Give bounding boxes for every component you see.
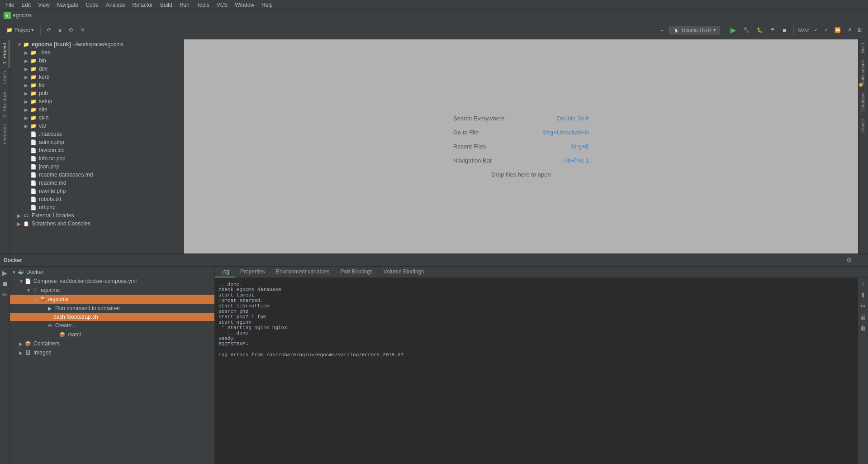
right-tab-build[interactable]: Build: [859, 39, 868, 57]
docker-tab-port-bindings[interactable]: Port Bindings: [335, 267, 378, 277]
search-everywhere-shortcut: Double Shift: [557, 115, 589, 122]
menu-build[interactable]: Build: [157, 1, 176, 9]
left-tab-favorites[interactable]: Favorites: [0, 120, 9, 148]
svn-settings-btn[interactable]: ⊞: [855, 25, 864, 35]
close-panel-btn[interactable]: ✕: [78, 25, 87, 35]
svn-update-btn[interactable]: ✔: [811, 25, 821, 35]
folder-kerb-icon: 📁: [30, 73, 37, 81]
tree-item-kerb[interactable]: ▶ 📁 kerb: [10, 73, 184, 81]
debug-btn[interactable]: 🐛: [754, 25, 766, 35]
right-tab-notifications[interactable]: Notifications: [859, 57, 868, 88]
tree-item-readme-db[interactable]: 📄 readme.databases.md: [10, 171, 184, 179]
menu-refactor[interactable]: Refactor: [129, 1, 157, 9]
project-dropdown-btn[interactable]: 📁 Project ▾: [4, 25, 37, 35]
menu-edit[interactable]: Edit: [18, 1, 34, 9]
menu-analyze[interactable]: Analyze: [102, 1, 129, 9]
docker-tree-bash-item[interactable]: bash /bootstrap.sh: [10, 313, 214, 321]
menu-code[interactable]: Code: [82, 1, 102, 9]
filter-btn[interactable]: ≡: [56, 26, 64, 35]
right-tabs: Build Notifications Database Gradle: [858, 39, 868, 254]
docker-tree-egocms-group[interactable]: ▼ ⬡ egocms: [10, 286, 214, 295]
docker-tree-egocms-container[interactable]: ▼ 📦 /egocms: [10, 295, 214, 304]
menu-run[interactable]: Run: [176, 1, 193, 9]
ext-libs-icon: 🗂: [23, 212, 30, 219]
stop-btn[interactable]: ⏹: [779, 26, 790, 35]
scratches-icon: 📋: [23, 220, 30, 227]
log-scroll-up-btn[interactable]: ⬆: [859, 291, 867, 300]
menu-help[interactable]: Help: [258, 1, 276, 9]
tree-item-info[interactable]: 📄 info.txt.php: [10, 154, 184, 163]
tree-item-admin-php[interactable]: 📄 admin.php: [10, 138, 184, 146]
ubuntu-dropdown-icon: ▾: [713, 27, 716, 33]
tree-item-bin[interactable]: ▶ 📁 bin: [10, 57, 184, 65]
tree-item-favicon[interactable]: 📄 favicon.ico: [10, 146, 184, 154]
tree-item-site[interactable]: ▶ 📁 site: [10, 105, 184, 114]
tree-item-lib[interactable]: ▶ 📁 lib: [10, 81, 184, 89]
tree-item-htaccess[interactable]: 📄 .htaccess: [10, 130, 184, 138]
file-url-icon: 📄: [30, 204, 37, 211]
tree-item-readme[interactable]: 📄 readme.md: [10, 179, 184, 187]
docker-stop-btn[interactable]: ⏹: [1, 279, 9, 288]
left-tab-learn[interactable]: Learn: [0, 67, 9, 87]
svn-history-btn[interactable]: ⏪: [832, 25, 844, 35]
build-btn[interactable]: 🔨: [740, 25, 752, 35]
tree-item-json[interactable]: 📄 json.php: [10, 163, 184, 171]
docker-close-btn[interactable]: —: [855, 256, 864, 264]
log-print-btn[interactable]: 🖨: [859, 312, 867, 321]
tree-item-rewrite[interactable]: 📄 rewrite.php: [10, 187, 184, 195]
notification-badge: [859, 83, 863, 87]
editor-area: Search Everywhere Double Shift Go to Fil…: [184, 39, 858, 254]
run-btn[interactable]: ▶: [728, 24, 739, 36]
svn-commit-btn[interactable]: ✔: [821, 25, 831, 35]
sync-btn[interactable]: ⟳: [44, 25, 54, 35]
docker-tree-containers[interactable]: ▶ 📦 Containers: [10, 339, 214, 348]
log-clear-btn[interactable]: 🗑: [859, 323, 867, 332]
settings-gear-btn[interactable]: ⚙: [66, 25, 76, 35]
docker-tab-env-vars[interactable]: Environment variables: [270, 267, 335, 277]
tree-item-url[interactable]: 📄 url.php: [10, 203, 184, 211]
svn-revert-btn[interactable]: ↺: [844, 25, 854, 35]
menu-vcs[interactable]: VCS: [213, 1, 232, 9]
log-wrap-btn[interactable]: ⇔: [859, 301, 867, 311]
left-tab-structure[interactable]: 2: Structure: [0, 88, 9, 121]
right-tab-database[interactable]: Database: [859, 89, 868, 115]
tree-item-robots[interactable]: 📄 robots.txt: [10, 195, 184, 203]
docker-edit-btn[interactable]: ✏: [1, 290, 9, 299]
tree-item-ext-libs[interactable]: ▶ 🗂 External Libraries: [10, 211, 184, 220]
right-tab-gradle[interactable]: Gradle: [859, 115, 868, 136]
log-scroll-top-btn[interactable]: ↑: [861, 280, 866, 289]
docker-tree-saml[interactable]: 📦 /saml: [10, 330, 214, 339]
docker-tab-volume-bindings[interactable]: Volume Bindings: [378, 267, 429, 277]
project-tree: ▼ 📁 egocms [trunk] ~/workspace/egocms ▶ …: [10, 39, 184, 254]
app-title-bar: e egocms: [0, 10, 868, 21]
tree-item-var[interactable]: ▶ 📁 var: [10, 122, 184, 130]
folder-skin-icon: 📁: [30, 114, 37, 121]
ubuntu-badge[interactable]: 🐧 Ubuntu 18.04 ▾: [669, 26, 720, 34]
docker-settings-btn[interactable]: ⚙: [845, 256, 854, 264]
menu-view[interactable]: View: [34, 1, 53, 9]
menu-tools[interactable]: Tools: [193, 1, 213, 9]
docker-tab-properties[interactable]: Properties: [235, 267, 270, 277]
docker-tab-log[interactable]: Log: [215, 267, 235, 277]
docker-tree-root[interactable]: ▼ 🐳 Docker: [10, 268, 214, 277]
docker-tree-sidebar: ▶ ⏹ ✏: [0, 267, 10, 464]
docker-tree-create[interactable]: ⊕ Create...: [10, 321, 214, 330]
menu-file[interactable]: File: [2, 1, 18, 9]
docker-tree-images[interactable]: ▶ 🖼 Images: [10, 348, 214, 357]
docker-play-btn[interactable]: ▶: [1, 268, 8, 277]
docker-tree-compose[interactable]: ▼ 📄 Compose: var/docker/docker-compose.y…: [10, 277, 214, 286]
docker-tree-run-command[interactable]: ▶ Run command in container: [10, 304, 214, 313]
tree-item-setup[interactable]: ▶ 📁 setup: [10, 97, 184, 105]
left-tab-project[interactable]: 1: Project: [0, 39, 9, 67]
menu-navigate[interactable]: Navigate: [53, 1, 82, 9]
tree-item-pub[interactable]: ▶ 📁 pub: [10, 89, 184, 97]
tree-item-root[interactable]: ▼ 📁 egocms [trunk] ~/workspace/egocms: [10, 40, 184, 48]
tree-item-skin[interactable]: ▶ 📁 skin: [10, 114, 184, 122]
tree-item-idea[interactable]: ▶ 📁 .idea: [10, 48, 184, 57]
menu-window[interactable]: Window: [231, 1, 258, 9]
tree-item-scratches[interactable]: ▶ 📋 Scratches and Consoles: [10, 220, 184, 228]
tree-item-dev[interactable]: ▶ 📁 dev: [10, 65, 184, 73]
back-btn[interactable]: ←: [657, 26, 668, 35]
coverage-btn[interactable]: ☂: [768, 25, 778, 35]
folder-lib-icon: 📁: [30, 81, 37, 89]
